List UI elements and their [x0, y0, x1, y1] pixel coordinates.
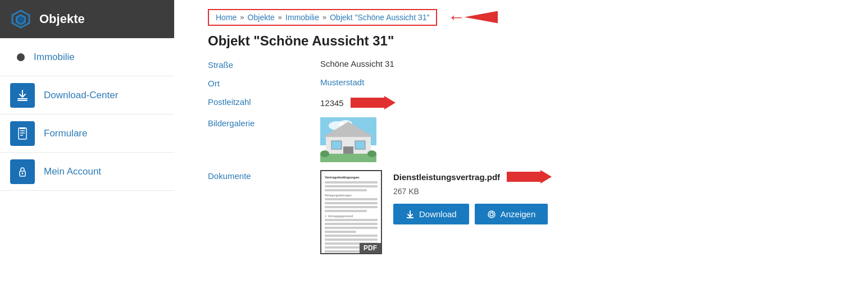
svg-point-21 [320, 150, 329, 157]
gallery-image[interactable] [320, 117, 376, 162]
detail-row-bildergalerie: Bildergalerie [208, 117, 846, 162]
postleitzahl-arrow [351, 96, 396, 109]
pdf-thumbnail[interactable]: Vertragsbedingungen Reinigungsleistungen… [320, 170, 382, 254]
sidebar-label-mein-account: Mein Account [44, 166, 101, 177]
pdf-content: Vertragsbedingungen Reinigungsleistungen… [321, 171, 381, 254]
formulare-icon [10, 121, 35, 146]
svg-point-25 [490, 213, 493, 216]
breadcrumb-objekte[interactable]: Objekte [248, 13, 275, 22]
doc-info: Dienstleistungsvertrag.pdf 267 KB Do [393, 170, 552, 224]
svg-point-22 [367, 150, 376, 157]
sidebar-label-immobilie: Immobilie [34, 52, 75, 63]
page-title: Objekt "Schöne Aussicht 31" [208, 33, 846, 49]
pdf-badge: PDF [360, 243, 381, 253]
detail-row-strasse: Straße Schöne Aussicht 31 [208, 59, 846, 70]
doc-filename: Dienstleistungsvertrag.pdf [393, 172, 500, 182]
download-button[interactable]: Download [393, 204, 469, 224]
svg-rect-18 [355, 141, 365, 149]
sidebar-label-download-center: Download-Center [44, 90, 118, 101]
filename-arrow [507, 170, 552, 184]
svg-point-11 [22, 172, 24, 174]
sidebar-item-mein-account[interactable]: Mein Account [0, 153, 174, 191]
breadcrumb-sep-1: » [240, 13, 244, 21]
arrow-body [351, 98, 384, 108]
download-label: Download [419, 209, 457, 219]
arrow-body-doc [507, 172, 540, 182]
anzeigen-icon [487, 210, 496, 219]
breadcrumb: Home » Objekte » Immobilie » Objekt "Sch… [208, 9, 437, 26]
breadcrumb-immobilie[interactable]: Immobilie [285, 13, 319, 22]
main-content: Home » Objekte » Immobilie » Objekt "Sch… [174, 0, 868, 289]
label-dokumente: Dokumente [208, 170, 320, 181]
value-ort: Musterstadt [320, 77, 364, 87]
sidebar-title: Objekte [39, 12, 85, 26]
detail-row-ort: Ort Musterstadt [208, 77, 846, 88]
sidebar: Objekte Immobilie Download-Center [0, 0, 174, 289]
label-ort: Ort [208, 77, 320, 88]
dot-icon [17, 53, 25, 61]
arrow-head [384, 96, 396, 109]
label-strasse: Straße [208, 59, 320, 70]
anzeigen-label: Anzeigen [501, 209, 536, 219]
breadcrumb-arrow: ← [447, 7, 465, 27]
download-center-icon [10, 83, 35, 108]
value-strasse: Schöne Aussicht 31 [320, 59, 394, 68]
postleitzahl-value-wrapper: 12345 [320, 96, 396, 109]
svg-rect-9 [20, 127, 25, 129]
breadcrumb-arrow-head [464, 11, 498, 24]
sidebar-item-download-center[interactable]: Download-Center [0, 76, 174, 114]
svg-rect-17 [331, 141, 342, 149]
sidebar-header: Objekte [0, 0, 174, 38]
breadcrumb-sep-2: » [278, 13, 282, 21]
svg-rect-3 [17, 98, 28, 99]
arrow-head-doc [540, 170, 552, 184]
download-icon [406, 210, 415, 219]
label-bildergalerie: Bildergalerie [208, 117, 320, 128]
doc-filesize: 267 KB [393, 187, 552, 196]
value-postleitzahl: 12345 [320, 98, 344, 108]
breadcrumb-wrapper: Home » Objekte » Immobilie » Objekt "Sch… [208, 7, 846, 27]
svg-rect-4 [17, 100, 28, 101]
sidebar-item-immobilie[interactable]: Immobilie [0, 38, 174, 76]
breadcrumb-home[interactable]: Home [216, 13, 237, 22]
breadcrumb-current: Objekt "Schöne Aussicht 31" [330, 13, 429, 22]
detail-row-dokumente: Dokumente Vertragsbedingungen Reinigungs… [208, 170, 846, 254]
sidebar-item-formulare[interactable]: Formulare [0, 114, 174, 153]
sidebar-label-formulare: Formulare [44, 128, 87, 139]
mein-account-icon [10, 159, 35, 184]
app-logo [10, 8, 31, 30]
svg-point-24 [488, 211, 495, 218]
doc-name-row: Dienstleistungsvertrag.pdf [393, 170, 552, 184]
breadcrumb-sep-3: » [322, 13, 326, 21]
doc-buttons: Download Anzeigen [393, 204, 552, 224]
document-area: Vertragsbedingungen Reinigungsleistungen… [320, 170, 552, 254]
detail-row-postleitzahl: Postleitzahl 12345 [208, 96, 846, 109]
anzeigen-button[interactable]: Anzeigen [475, 204, 548, 224]
svg-rect-5 [19, 128, 26, 139]
label-postleitzahl: Postleitzahl [208, 96, 320, 107]
